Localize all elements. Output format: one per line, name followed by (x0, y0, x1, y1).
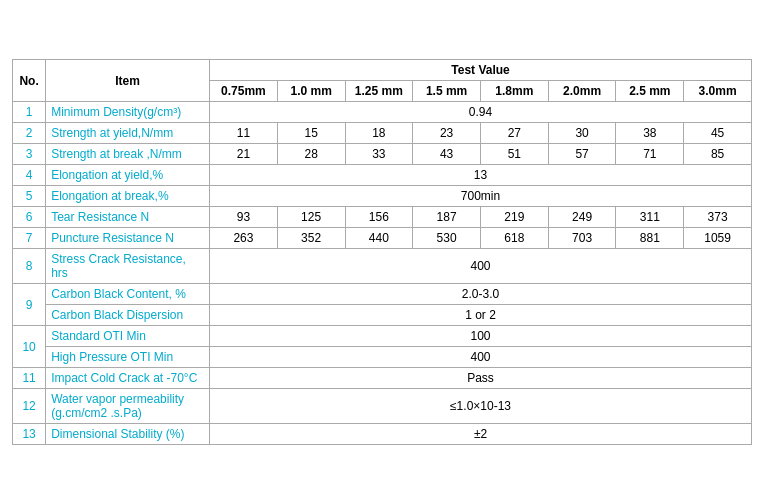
table-row: 1Minimum Density(g/cm³)0.94 (13, 102, 752, 123)
header-test-value: Test Value (210, 60, 752, 81)
table-row: 13Dimensional Stability (%)±2 (13, 424, 752, 445)
row-no: 12 (13, 389, 46, 424)
col-header-4: 1.8mm (480, 81, 548, 102)
row-no: 10 (13, 326, 46, 368)
row-item: Carbon Black Content, % (46, 284, 210, 305)
row-value-2: 33 (345, 144, 413, 165)
row-span-value: 700min (210, 186, 752, 207)
row-no: 4 (13, 165, 46, 186)
row-value-7: 1059 (684, 228, 752, 249)
table-row: 8Stress Crack Resistance, hrs400 (13, 249, 752, 284)
col-header-6: 2.5 mm (616, 81, 684, 102)
row-value-1: 125 (277, 207, 345, 228)
row-item: Strength at break ,N/mm (46, 144, 210, 165)
col-header-3: 1.5 mm (413, 81, 481, 102)
row-no: 13 (13, 424, 46, 445)
header-item: Item (46, 60, 210, 102)
row-value-3: 43 (413, 144, 481, 165)
row-value-7: 45 (684, 123, 752, 144)
row-span-value: 400 (210, 249, 752, 284)
row-span-value: 1 or 2 (210, 305, 752, 326)
row-value-5: 249 (548, 207, 616, 228)
row-value-4: 219 (480, 207, 548, 228)
table-row: 7Puncture Resistance N263352440530618703… (13, 228, 752, 249)
table-row: 5Elongation at break,%700min (13, 186, 752, 207)
row-no: 8 (13, 249, 46, 284)
row-no: 3 (13, 144, 46, 165)
row-span-value: Pass (210, 368, 752, 389)
row-value-2: 156 (345, 207, 413, 228)
row-no: 2 (13, 123, 46, 144)
row-value-6: 881 (616, 228, 684, 249)
row-value-3: 23 (413, 123, 481, 144)
row-value-6: 71 (616, 144, 684, 165)
row-span-value: 2.0-3.0 (210, 284, 752, 305)
row-item: Dimensional Stability (%) (46, 424, 210, 445)
col-header-5: 2.0mm (548, 81, 616, 102)
row-item: Puncture Resistance N (46, 228, 210, 249)
table-body: 1Minimum Density(g/cm³)0.942Strength at … (13, 102, 752, 445)
table-row: 2Strength at yield,N/mm1115182327303845 (13, 123, 752, 144)
row-item: Strength at yield,N/mm (46, 123, 210, 144)
table-row: High Pressure OTI Min400 (13, 347, 752, 368)
col-header-2: 1.25 mm (345, 81, 413, 102)
row-span-value: 400 (210, 347, 752, 368)
col-header-1: 1.0 mm (277, 81, 345, 102)
row-value-6: 38 (616, 123, 684, 144)
table-row: 11Impact Cold Crack at -70°CPass (13, 368, 752, 389)
row-value-5: 30 (548, 123, 616, 144)
row-value-2: 440 (345, 228, 413, 249)
row-item: Elongation at yield,% (46, 165, 210, 186)
row-item: High Pressure OTI Min (46, 347, 210, 368)
row-value-3: 530 (413, 228, 481, 249)
row-no: 1 (13, 102, 46, 123)
row-value-6: 311 (616, 207, 684, 228)
row-no: 9 (13, 284, 46, 326)
table-row: 3Strength at break ,N/mm2128334351577185 (13, 144, 752, 165)
row-item: Elongation at break,% (46, 186, 210, 207)
row-value-7: 85 (684, 144, 752, 165)
table-row: Carbon Black Dispersion1 or 2 (13, 305, 752, 326)
row-item: Stress Crack Resistance, hrs (46, 249, 210, 284)
row-value-5: 57 (548, 144, 616, 165)
row-item: Impact Cold Crack at -70°C (46, 368, 210, 389)
row-item: Water vapor permeability(g.cm/cm2 .s.Pa) (46, 389, 210, 424)
table-container: No. Item Test Value 0.75mm 1.0 mm 1.25 m… (12, 59, 752, 445)
row-value-5: 703 (548, 228, 616, 249)
row-value-7: 373 (684, 207, 752, 228)
row-value-0: 93 (210, 207, 278, 228)
row-value-4: 27 (480, 123, 548, 144)
row-span-value: ±2 (210, 424, 752, 445)
header-no: No. (13, 60, 46, 102)
table-row: 6Tear Resistance N9312515618721924931137… (13, 207, 752, 228)
table-row: 12Water vapor permeability(g.cm/cm2 .s.P… (13, 389, 752, 424)
header-row-1: No. Item Test Value (13, 60, 752, 81)
row-span-value: 0.94 (210, 102, 752, 123)
row-value-3: 187 (413, 207, 481, 228)
row-value-1: 15 (277, 123, 345, 144)
row-item: Standard OTI Min (46, 326, 210, 347)
row-item: Minimum Density(g/cm³) (46, 102, 210, 123)
row-no: 5 (13, 186, 46, 207)
row-value-0: 11 (210, 123, 278, 144)
col-header-0: 0.75mm (210, 81, 278, 102)
row-item: Carbon Black Dispersion (46, 305, 210, 326)
table-row: 9Carbon Black Content, %2.0-3.0 (13, 284, 752, 305)
row-item: Tear Resistance N (46, 207, 210, 228)
row-value-0: 21 (210, 144, 278, 165)
row-span-value: 100 (210, 326, 752, 347)
row-no: 11 (13, 368, 46, 389)
data-table: No. Item Test Value 0.75mm 1.0 mm 1.25 m… (12, 59, 752, 445)
col-header-7: 3.0mm (684, 81, 752, 102)
row-value-1: 352 (277, 228, 345, 249)
table-row: 10Standard OTI Min100 (13, 326, 752, 347)
row-span-value: ≤1.0×10-13 (210, 389, 752, 424)
row-no: 7 (13, 228, 46, 249)
row-no: 6 (13, 207, 46, 228)
row-value-4: 618 (480, 228, 548, 249)
row-value-4: 51 (480, 144, 548, 165)
row-value-0: 263 (210, 228, 278, 249)
row-span-value: 13 (210, 165, 752, 186)
table-row: 4Elongation at yield,%13 (13, 165, 752, 186)
row-value-2: 18 (345, 123, 413, 144)
